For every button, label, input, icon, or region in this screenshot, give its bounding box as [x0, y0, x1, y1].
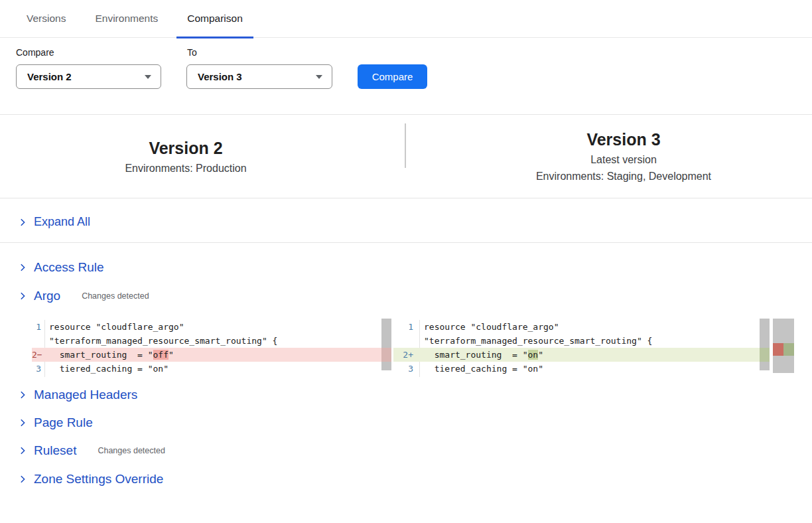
chevron-right-icon	[18, 475, 27, 484]
chevron-right-icon	[18, 446, 27, 455]
version-right-environments: Environments: Staging, Development	[536, 171, 711, 183]
version-headers: Version 2 Environments: Production Versi…	[0, 115, 812, 198]
line-number: 2−	[32, 348, 45, 362]
chevron-right-icon	[18, 390, 27, 400]
tab-comparison[interactable]: Comparison	[187, 0, 243, 38]
section-page-rule[interactable]: Page Rule	[18, 415, 93, 430]
tab-environments[interactable]: Environments	[95, 0, 158, 38]
line-number: 3	[32, 362, 45, 376]
diff-line: 1 resource "cloudflare_argo"	[393, 320, 770, 334]
code-text-pre: smart_routing = "	[424, 350, 528, 360]
chevron-right-icon	[18, 263, 27, 272]
chevron-right-icon	[18, 418, 27, 427]
code-text: smart_routing = "off"	[45, 348, 174, 362]
section-managed-headers[interactable]: Managed Headers	[18, 388, 137, 402]
scrollbar-change-tint	[381, 348, 391, 362]
diff-line: 1 resource "cloudflare_argo"	[32, 320, 391, 334]
section-access-rule[interactable]: Access Rule	[18, 260, 104, 275]
section-label: Access Rule	[34, 260, 104, 275]
expand-all-label: Expand All	[34, 215, 90, 229]
version-right-header: Version 3 Latest version Environments: S…	[454, 115, 793, 198]
scrollbar[interactable]	[381, 319, 391, 370]
line-number: 2+	[393, 348, 420, 362]
line-number	[393, 334, 420, 348]
version-right-latest: Latest version	[590, 154, 657, 166]
diff-line: "terraform_managed_resource_smart_routin…	[393, 334, 770, 348]
compare-button[interactable]: Compare	[358, 64, 427, 89]
removed-chars: off	[153, 350, 169, 360]
removed-change-marker	[773, 343, 783, 356]
section-label: Argo	[34, 289, 60, 303]
tab-bar: Versions Environments Comparison	[0, 0, 812, 38]
chevron-down-icon	[145, 75, 151, 79]
diff-line: 4 }	[393, 376, 770, 377]
scrollbar[interactable]	[760, 319, 770, 370]
added-change-marker	[783, 343, 794, 356]
code-text: "terraform_managed_resource_smart_routin…	[420, 334, 652, 348]
diff-line: "terraform_managed_resource_smart_routin…	[32, 334, 391, 348]
diff-panel-right[interactable]: 1 resource "cloudflare_argo" "terraform_…	[393, 317, 770, 377]
compare-to-value: Version 3	[198, 71, 242, 82]
code-text: resource "cloudflare_argo"	[420, 320, 559, 334]
chevron-right-icon	[18, 291, 27, 301]
tab-versions[interactable]: Versions	[27, 0, 66, 38]
code-text: }	[45, 376, 54, 377]
divider	[0, 198, 812, 198]
section-label: Page Rule	[34, 415, 93, 430]
code-text: resource "cloudflare_argo"	[45, 320, 184, 334]
compare-to-select[interactable]: Version 3	[186, 64, 332, 89]
section-label: Managed Headers	[34, 388, 137, 402]
code-text-post: "	[169, 350, 174, 360]
diff-panel-left[interactable]: 1 resource "cloudflare_argo" "terraform_…	[32, 317, 391, 377]
scrollbar-change-tint	[760, 348, 770, 362]
section-ruleset[interactable]: Ruleset Changes detected	[18, 443, 165, 458]
to-label: To	[187, 47, 197, 58]
divider	[0, 242, 812, 243]
code-text-pre: smart_routing = "	[49, 350, 153, 360]
line-number: 1	[32, 320, 45, 334]
version-left-title: Version 2	[149, 139, 222, 158]
chevron-down-icon	[316, 75, 322, 79]
diff-line-removed: 2− smart_routing = "off"	[32, 348, 391, 362]
code-text-post: "	[538, 350, 543, 360]
section-zone-settings-override[interactable]: Zone Settings Override	[18, 472, 163, 486]
diff-line: 4 }	[32, 376, 391, 377]
diff-overview-ruler[interactable]	[773, 319, 794, 373]
vertical-divider	[405, 123, 406, 168]
code-lines: 1 resource "cloudflare_argo" "terraform_…	[32, 317, 391, 377]
line-number	[32, 334, 45, 348]
line-number: 4	[32, 376, 45, 377]
compare-from-select[interactable]: Version 2	[16, 64, 161, 89]
compare-label: Compare	[16, 47, 54, 58]
added-chars: on	[528, 350, 539, 360]
section-label: Zone Settings Override	[34, 472, 163, 486]
comparison-page: Versions Environments Comparison Compare…	[0, 0, 812, 523]
code-text: tiered_caching = "on"	[420, 362, 543, 376]
code-lines: 1 resource "cloudflare_argo" "terraform_…	[393, 317, 770, 377]
line-number: 4	[393, 376, 420, 377]
version-right-title: Version 3	[586, 130, 660, 149]
diff-line: 3 tiered_caching = "on"	[393, 362, 770, 376]
version-left-header: Version 2 Environments: Production	[16, 115, 356, 198]
expand-all-button[interactable]: Expand All	[18, 215, 90, 229]
version-left-environments: Environments: Production	[125, 163, 246, 175]
compare-from-value: Version 2	[27, 71, 72, 82]
code-text: tiered_caching = "on"	[45, 362, 169, 376]
code-text: }	[420, 376, 429, 377]
changes-detected-badge: Changes detected	[82, 291, 149, 301]
code-text: smart_routing = "on"	[420, 348, 543, 362]
section-label: Ruleset	[34, 443, 76, 458]
line-number: 1	[393, 320, 420, 334]
chevron-right-icon	[18, 218, 27, 227]
diff-line-added: 2+ smart_routing = "on"	[393, 348, 770, 362]
changes-detected-badge: Changes detected	[98, 446, 165, 455]
line-number: 3	[393, 362, 420, 376]
compare-controls: Compare To Version 2 Version 3 Compare	[0, 38, 812, 114]
argo-diff: 1 resource "cloudflare_argo" "terraform_…	[0, 317, 812, 377]
code-text: "terraform_managed_resource_smart_routin…	[45, 334, 277, 348]
section-argo[interactable]: Argo Changes detected	[18, 289, 149, 303]
diff-line: 3 tiered_caching = "on"	[32, 362, 391, 376]
